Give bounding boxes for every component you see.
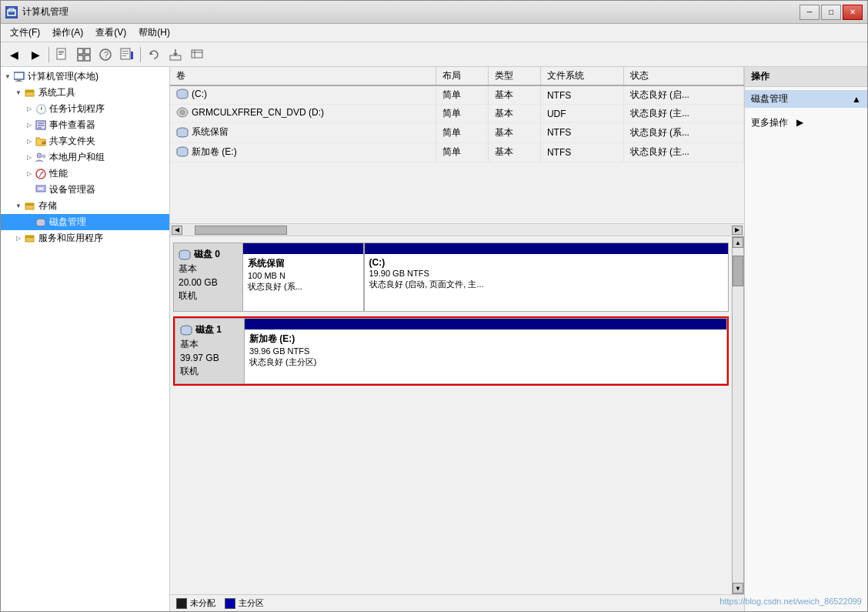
vol-name-2: 系统保留: [170, 123, 436, 143]
svg-rect-25: [14, 72, 24, 79]
title-bar: 计算机管理 ─ □ ✕: [1, 1, 867, 24]
computer-icon: [13, 71, 25, 83]
table-row[interactable]: 系统保留 简单 基本 NTFS 状态良好 (系...: [170, 123, 744, 143]
disk-view-area[interactable]: 磁盘 0 基本 20.00 GB 联机: [170, 236, 732, 594]
localusers-icon: [35, 152, 47, 164]
svg-point-49: [180, 110, 185, 115]
perf-label: 性能: [49, 167, 68, 180]
disk-1-part0-status: 状态良好 (主分区): [249, 356, 722, 368]
vscroll-up[interactable]: ▲: [733, 237, 743, 248]
vol-layout-3: 简单: [436, 142, 489, 162]
event-icon: [35, 119, 47, 132]
toolbar-btn-properties[interactable]: [117, 45, 137, 64]
col-header-type: 类型: [488, 67, 540, 85]
svg-rect-4: [58, 51, 64, 52]
sidebar-item-root[interactable]: ▼ 计算机管理(本地): [1, 69, 169, 85]
right-panel-disk-mgmt[interactable]: 磁盘管理 ▲: [745, 90, 867, 108]
table-row[interactable]: 新加卷 (E:) 简单 基本 NTFS 状态良好 (主...: [170, 142, 744, 162]
disk-vscroll[interactable]: ▲ ▼: [732, 236, 744, 594]
minimize-button[interactable]: ─: [800, 5, 820, 20]
sidebar-item-device-manager[interactable]: 设备管理器: [1, 182, 169, 198]
col-header-layout: 布局: [436, 67, 489, 85]
vol-type-0: 基本: [488, 85, 540, 105]
svg-rect-43: [25, 203, 34, 206]
table-row[interactable]: GRMCULXFRER_CN_DVD (D:) 简单 基本 UDF 状态良好 (…: [170, 105, 744, 123]
toolbar-btn-export[interactable]: [165, 45, 185, 64]
sidebar-item-disk-management[interactable]: 磁盘管理: [1, 214, 169, 230]
sidebar-item-event-viewer[interactable]: ▷ 事件查看器: [1, 117, 169, 133]
sidebar-item-system-tools[interactable]: ▼ 系统工具: [1, 85, 169, 101]
sidebar-item-shared-folders[interactable]: ▷ ⇄ 共享文件夹: [1, 133, 169, 149]
sidebar-item-local-users[interactable]: ▷ 本地用户和组: [1, 149, 169, 166]
disk-0-part0-name: 系统保留: [248, 257, 359, 270]
toolbar-btn-help[interactable]: ?: [95, 45, 115, 64]
shared-icon: ⇄: [35, 135, 47, 148]
right-panel-disk-mgmt-label: 磁盘管理: [751, 92, 788, 105]
toolbar-btn-extra1[interactable]: [187, 45, 207, 64]
disk-1-row: 磁盘 1 基本 39.97 GB 联机: [173, 316, 729, 386]
menu-help[interactable]: 帮助(H): [132, 25, 176, 41]
scroll-left-arrow[interactable]: ◀: [172, 226, 182, 235]
services-toggle: ▷: [13, 233, 24, 244]
toolbar-btn-refresh[interactable]: [144, 45, 164, 64]
storage-icon: [24, 200, 36, 212]
disk-mgmt-label: 磁盘管理: [49, 216, 86, 229]
sidebar-item-services[interactable]: ▷ 服务和应用程序: [1, 230, 169, 246]
volume-table-scroll[interactable]: 卷 布局 类型 文件系统 状态: [170, 67, 744, 223]
vol-name-3: 新加卷 (E:): [170, 142, 436, 162]
disk-1-partition-0[interactable]: 新加卷 (E:) 39.96 GB NTFS 状态良好 (主分区): [245, 319, 726, 383]
vol-fs-0: NTFS: [540, 85, 623, 105]
main-window: 计算机管理 ─ □ ✕ 文件(F) 操作(A) 查看(V) 帮助(H) ◀ ▶: [0, 0, 868, 612]
toolbar-btn-page[interactable]: [52, 45, 72, 64]
disk-0-type: 基本: [179, 263, 238, 276]
vol-type-3: 基本: [488, 142, 540, 162]
system-tools-toggle: ▼: [13, 88, 24, 99]
task-label: 任务计划程序: [49, 102, 105, 115]
vol-status-0: 状态良好 (启...: [623, 85, 743, 105]
scroll-right-arrow[interactable]: ▶: [732, 226, 743, 235]
menu-view[interactable]: 查看(V): [89, 25, 132, 41]
volume-table: 卷 布局 类型 文件系统 状态: [170, 67, 744, 162]
svg-rect-15: [122, 51, 129, 52]
disk-1-label: 磁盘 1 基本 39.97 GB 联机: [175, 318, 244, 384]
storage-label: 存储: [38, 199, 57, 212]
menu-file[interactable]: 文件(F): [4, 25, 46, 41]
svg-point-35: [37, 153, 42, 158]
vol-fs-2: NTFS: [540, 123, 623, 143]
legend-label-unallocated: 未分配: [190, 597, 215, 609]
scroll-thumb[interactable]: [195, 226, 287, 235]
perf-icon: [35, 168, 47, 180]
col-header-fs: 文件系统: [540, 67, 623, 85]
svg-point-36: [42, 155, 45, 158]
disk-0-partition-0[interactable]: 系统保留 100 MB N 状态良好 (系...: [243, 243, 365, 311]
horizontal-scrollbar[interactable]: ◀ ▶: [170, 223, 744, 236]
disk-0-partitions: 系统保留 100 MB N 状态良好 (系... (C:): [242, 242, 729, 312]
svg-rect-27: [15, 81, 22, 82]
svg-rect-7: [78, 48, 83, 54]
svg-rect-29: [25, 90, 34, 92]
disk-0-partition-1[interactable]: (C:) 19.90 GB NTFS 状态良好 (启动, 页面文件, 主...: [365, 243, 729, 311]
right-panel-more-actions[interactable]: 更多操作 ▶: [745, 114, 867, 132]
legend-item-primary: 主分区: [225, 597, 264, 609]
forward-button[interactable]: ▶: [25, 45, 45, 64]
menu-action[interactable]: 操作(A): [46, 25, 89, 41]
disk-and-scroll: 磁盘 0 基本 20.00 GB 联机: [170, 236, 744, 594]
sidebar-item-storage[interactable]: ▼ 存储: [1, 198, 169, 214]
back-button[interactable]: ◀: [4, 45, 24, 64]
vscroll-down[interactable]: ▼: [733, 583, 743, 594]
right-panel: 操作 磁盘管理 ▲ 更多操作 ▶: [744, 67, 867, 611]
vol-status-3: 状态良好 (主...: [623, 142, 743, 162]
sidebar-item-performance[interactable]: ▷ 性能: [1, 166, 169, 182]
toolbar-btn-grid[interactable]: [74, 45, 94, 64]
vscroll-thumb[interactable]: [733, 256, 743, 286]
sidebar-item-task-scheduler[interactable]: ▷ 🕐 任务计划程序: [1, 101, 169, 117]
disk-1-id: 磁盘 1: [195, 323, 222, 336]
close-button[interactable]: ✕: [843, 5, 863, 20]
services-icon: [24, 232, 36, 245]
root-label: 计算机管理(本地): [28, 70, 98, 83]
restore-button[interactable]: □: [821, 5, 841, 20]
disk-0-part1-status: 状态良好 (启动, 页面文件, 主...: [369, 279, 724, 290]
table-row[interactable]: (C:) 简单 基本 NTFS 状态良好 (启...: [170, 85, 744, 105]
right-panel-header: 操作: [745, 67, 867, 87]
disk-1-size: 39.97 GB: [180, 353, 239, 363]
